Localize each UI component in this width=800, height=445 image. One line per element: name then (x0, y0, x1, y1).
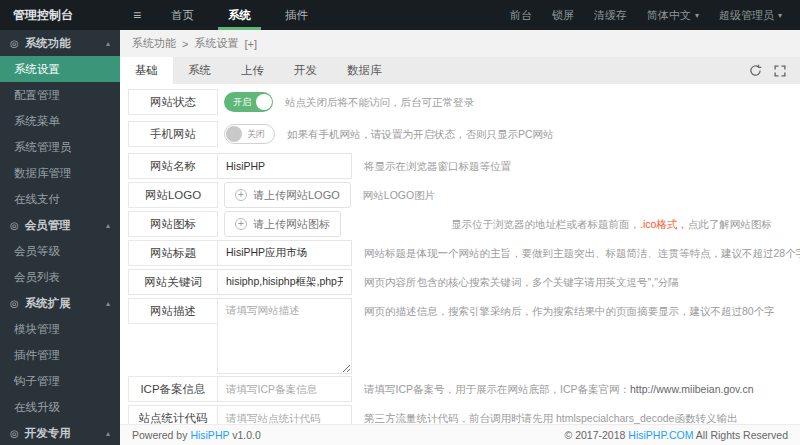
toggle-knob (226, 126, 242, 142)
topbar-link[interactable]: 简体中文▾ (637, 0, 709, 30)
field-label: 网站标题 (128, 240, 218, 266)
field-label: 网站状态 (128, 89, 218, 115)
help-highlight: http://www.miibeian.gov.cn (630, 383, 754, 395)
field-help: 网站LOGO图片 (363, 182, 435, 209)
field-label: 网站名称 (128, 153, 218, 179)
sidebar-item[interactable]: 在线支付 (0, 186, 120, 212)
gear-icon: ◎ (10, 428, 19, 439)
sidebar-item[interactable]: 系统管理员 (0, 134, 120, 160)
field-label: 网站LOGO (128, 182, 218, 208)
tab[interactable]: 系统 (173, 57, 226, 84)
breadcrumb-part: 系统设置 (194, 36, 238, 51)
chevron-down-icon: ▾ (778, 11, 782, 20)
help-text: 站点关闭后将不能访问，后台可正常登录 (285, 96, 474, 108)
chevron-down-icon: ▾ (695, 11, 699, 20)
field-input[interactable] (217, 269, 352, 295)
tab[interactable]: 数据库 (332, 57, 397, 84)
sidebar-group-label: 系统功能 (25, 36, 71, 51)
sidebar-item[interactable]: 插件管理 (0, 342, 120, 368)
topbar-link[interactable]: 前台 (500, 0, 542, 30)
sidebar-item[interactable]: 模块管理 (0, 316, 120, 342)
toggle-switch[interactable]: 关闭 (224, 124, 275, 144)
add-tab-button[interactable]: [+] (244, 38, 257, 50)
field-help: 显示位于浏览器的地址栏或者标题前面，.ico格式，点此了解网站图标 (451, 211, 772, 238)
sidebar-item[interactable]: 系统菜单 (0, 108, 120, 134)
tab[interactable]: 上传 (226, 57, 279, 84)
tab[interactable]: 基础 (120, 57, 173, 84)
topbar-link-label: 前台 (510, 8, 532, 23)
copyright-text: © 2017-2018 (565, 429, 629, 441)
field-help: 网页内容所包含的核心搜索关键词，多个关键字请用英文逗号","分隔 (364, 269, 679, 296)
sidebar-item[interactable]: 系统设置 (0, 56, 120, 82)
toggle-label: 关闭 (242, 128, 273, 141)
topbar: 管理控制台 ≡ 首页系统插件 前台锁屏清缓存简体中文▾超级管理员▾ (0, 0, 800, 30)
sidebar-group-header[interactable]: ◎开发专用▴ (0, 420, 120, 445)
sidebar-group-header[interactable]: ◎系统扩展▴ (0, 290, 120, 316)
topbar-link-label: 锁屏 (552, 8, 574, 23)
help-text: 网站标题是体现一个网站的主旨，要做到主题突出、标题简洁、连贯等特点，建议不超过2… (364, 247, 800, 259)
field-label: 手机网站 (128, 121, 218, 147)
topbar-nav: 首页系统插件 (154, 0, 325, 30)
sidebar-item[interactable]: 会员等级 (0, 238, 120, 264)
sidebar-item[interactable]: 钩子管理 (0, 368, 120, 394)
upload-button[interactable]: +请上传网站LOGO (224, 182, 351, 208)
help-text: 网页的描述信息，搜索引擎采纳后，作为搜索结果中的页面摘要显示，建议不超过80个字 (364, 305, 775, 317)
rights-text: All Rights Reserved (693, 429, 788, 441)
field-label: ICP备案信息 (128, 376, 218, 402)
form-row: 网站状态开启站点关闭后将不能访问，后台可正常登录 (128, 89, 800, 116)
sidebar-item[interactable]: 会员列表 (0, 264, 120, 290)
topbar-link-label: 简体中文 (647, 8, 691, 23)
form-row: 网站标题网站标题是体现一个网站的主旨，要做到主题突出、标题简洁、连贯等特点，建议… (128, 240, 800, 267)
help-highlight: .ico格式， (640, 218, 688, 230)
toggle-switch[interactable]: 开启 (224, 92, 273, 112)
hamburger-icon[interactable]: ≡ (120, 0, 154, 30)
sidebar-group-header[interactable]: ◎系统功能▴ (0, 30, 120, 56)
form-row: 网站关键词网页内容所包含的核心搜索关键词，多个关键字请用英文逗号","分隔 (128, 269, 800, 296)
fullscreen-icon[interactable] (774, 65, 786, 77)
sidebar: ◎系统功能▴系统设置配置管理系统菜单系统管理员数据库管理在线支付◎会员管理▴会员… (0, 30, 120, 445)
field-help: 第三方流量统计代码，前台调用时请先用 htmlspecialchars_deco… (364, 405, 737, 424)
field-help: 如果有手机网站，请设置为开启状态，否则只显示PC网站 (287, 121, 554, 148)
sidebar-item[interactable]: 在线升级 (0, 394, 120, 420)
topbar-nav-item[interactable]: 首页 (154, 0, 211, 30)
topbar-link[interactable]: 清缓存 (584, 0, 637, 30)
upload-button[interactable]: +请上传网站图标 (224, 211, 341, 237)
plus-circle-icon: + (235, 218, 247, 230)
breadcrumb-part[interactable]: 系统功能 (132, 36, 176, 51)
footer: Powered by HisiPHP v1.0.0 © 2017-2018 Hi… (120, 424, 800, 445)
topbar-nav-item[interactable]: 插件 (268, 0, 325, 30)
topbar-link[interactable]: 锁屏 (542, 0, 584, 30)
help-text: 第三方流量统计代码，前台调用时请先用 htmlspecialchars_deco… (364, 412, 737, 424)
field-help: 将显示在浏览器窗口标题等位置 (364, 153, 511, 180)
footer-left: Powered by HisiPHP v1.0.0 (132, 429, 261, 441)
sidebar-item[interactable]: 数据库管理 (0, 160, 120, 186)
field-input[interactable] (217, 405, 352, 424)
tab[interactable]: 开发 (279, 57, 332, 84)
field-label: 站点统计代码 (128, 405, 218, 424)
gear-icon: ◎ (10, 298, 19, 309)
upload-button-label: 请上传网站LOGO (253, 188, 340, 203)
breadcrumb: 系统功能 > 系统设置 [+] (120, 30, 800, 57)
sidebar-group-header[interactable]: ◎会员管理▴ (0, 212, 120, 238)
field-input[interactable] (217, 376, 352, 402)
field-input[interactable] (217, 240, 352, 266)
topbar-link[interactable]: 超级管理员▾ (709, 0, 792, 30)
field-help: 网站标题是体现一个网站的主旨，要做到主题突出、标题简洁、连贯等特点，建议不超过2… (364, 240, 800, 267)
hisiphp-com-link[interactable]: HisiPHP.COM (628, 429, 693, 441)
field-help: 网页的描述信息，搜索引擎采纳后，作为搜索结果中的页面摘要显示，建议不超过80个字 (364, 298, 775, 325)
footer-right: © 2017-2018 HisiPHP.COM All Rights Reser… (565, 429, 789, 441)
refresh-icon[interactable] (749, 64, 762, 77)
field-input[interactable] (217, 153, 352, 179)
form-row: ICP备案信息请填写ICP备案号，用于展示在网站底部，ICP备案官网：http:… (128, 376, 800, 403)
field-textarea[interactable] (217, 298, 352, 374)
upload-button-label: 请上传网站图标 (253, 217, 330, 232)
help-text: 显示位于浏览器的地址栏或者标题前面， (451, 218, 640, 230)
topbar-link-label: 清缓存 (594, 8, 627, 23)
sidebar-item[interactable]: 配置管理 (0, 82, 120, 108)
breadcrumb-separator: > (182, 38, 188, 50)
footer-version: v1.0.0 (229, 429, 261, 441)
topbar-nav-item[interactable]: 系统 (211, 0, 268, 30)
sidebar-group-label: 会员管理 (25, 218, 71, 233)
hisiphp-link[interactable]: HisiPHP (190, 429, 229, 441)
field-label: 网站描述 (128, 298, 218, 324)
